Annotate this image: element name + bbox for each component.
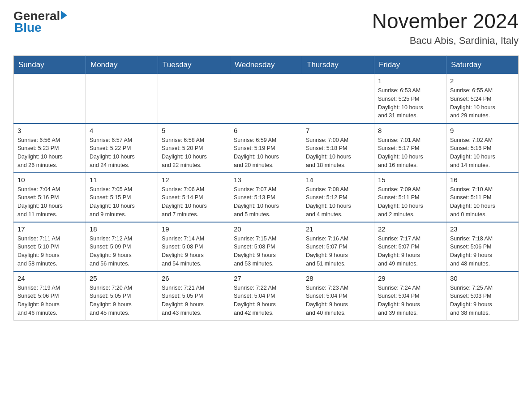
header-wednesday: Wednesday: [230, 56, 302, 74]
day-info: Sunrise: 7:14 AM Sunset: 5:08 PM Dayligh…: [162, 235, 226, 268]
days-header-row: SundayMondayTuesdayWednesdayThursdayFrid…: [14, 56, 519, 74]
day-cell: 30Sunrise: 7:25 AM Sunset: 5:03 PM Dayli…: [446, 271, 519, 321]
day-number: 22: [378, 225, 442, 233]
day-number: 25: [90, 274, 154, 282]
day-number: 20: [234, 225, 298, 233]
day-info: Sunrise: 6:57 AM Sunset: 5:22 PM Dayligh…: [90, 136, 154, 170]
day-number: 3: [17, 127, 82, 134]
day-number: 14: [306, 176, 370, 184]
day-info: Sunrise: 7:10 AM Sunset: 5:11 PM Dayligh…: [450, 185, 515, 219]
header-monday: Monday: [86, 56, 158, 74]
day-number: 7: [306, 127, 370, 134]
day-info: Sunrise: 7:15 AM Sunset: 5:08 PM Dayligh…: [234, 235, 298, 268]
day-number: 28: [306, 274, 370, 282]
day-info: Sunrise: 7:02 AM Sunset: 5:16 PM Dayligh…: [450, 136, 515, 170]
day-number: 5: [162, 127, 226, 134]
day-cell: 25Sunrise: 7:20 AM Sunset: 5:05 PM Dayli…: [86, 271, 158, 321]
day-number: 21: [306, 225, 370, 233]
header-sunday: Sunday: [14, 56, 86, 74]
day-cell: 12Sunrise: 7:06 AM Sunset: 5:14 PM Dayli…: [158, 173, 230, 222]
day-info: Sunrise: 6:59 AM Sunset: 5:19 PM Dayligh…: [234, 136, 298, 170]
header-tuesday: Tuesday: [158, 56, 230, 74]
month-year-title: November 2024: [372, 9, 519, 33]
day-cell: 16Sunrise: 7:10 AM Sunset: 5:11 PM Dayli…: [446, 173, 519, 222]
day-info: Sunrise: 7:01 AM Sunset: 5:17 PM Dayligh…: [378, 136, 442, 170]
header-friday: Friday: [374, 56, 446, 74]
day-info: Sunrise: 7:12 AM Sunset: 5:09 PM Dayligh…: [90, 235, 154, 268]
day-cell: 19Sunrise: 7:14 AM Sunset: 5:08 PM Dayli…: [158, 222, 230, 271]
day-cell: 29Sunrise: 7:24 AM Sunset: 5:04 PM Dayli…: [374, 271, 446, 321]
day-info: Sunrise: 6:55 AM Sunset: 5:24 PM Dayligh…: [450, 86, 515, 120]
day-number: 8: [378, 127, 442, 134]
day-cell: 5Sunrise: 6:58 AM Sunset: 5:20 PM Daylig…: [158, 124, 230, 173]
day-number: 2: [450, 77, 515, 85]
day-cell: 21Sunrise: 7:16 AM Sunset: 5:07 PM Dayli…: [302, 222, 374, 271]
day-cell: [230, 74, 302, 124]
day-cell: 7Sunrise: 7:00 AM Sunset: 5:18 PM Daylig…: [302, 124, 374, 173]
day-number: 27: [234, 274, 298, 282]
day-cell: 22Sunrise: 7:17 AM Sunset: 5:07 PM Dayli…: [374, 222, 446, 271]
day-cell: 27Sunrise: 7:22 AM Sunset: 5:04 PM Dayli…: [230, 271, 302, 321]
calendar-table: SundayMondayTuesdayWednesdayThursdayFrid…: [13, 56, 519, 321]
day-cell: 13Sunrise: 7:07 AM Sunset: 5:13 PM Dayli…: [230, 173, 302, 222]
day-info: Sunrise: 7:20 AM Sunset: 5:05 PM Dayligh…: [90, 284, 154, 317]
day-info: Sunrise: 7:21 AM Sunset: 5:05 PM Dayligh…: [162, 284, 226, 317]
logo: General Blue: [13, 9, 67, 35]
day-number: 11: [90, 176, 154, 184]
day-number: 13: [234, 176, 298, 184]
day-info: Sunrise: 7:24 AM Sunset: 5:04 PM Dayligh…: [378, 284, 442, 317]
day-cell: 17Sunrise: 7:11 AM Sunset: 5:10 PM Dayli…: [14, 222, 86, 271]
day-number: 9: [450, 127, 515, 134]
day-cell: 9Sunrise: 7:02 AM Sunset: 5:16 PM Daylig…: [446, 124, 519, 173]
day-number: 17: [17, 225, 82, 233]
day-cell: 6Sunrise: 6:59 AM Sunset: 5:19 PM Daylig…: [230, 124, 302, 173]
week-row-1: 1Sunrise: 6:53 AM Sunset: 5:25 PM Daylig…: [14, 74, 519, 124]
day-number: 6: [234, 127, 298, 134]
day-cell: 23Sunrise: 7:18 AM Sunset: 5:06 PM Dayli…: [446, 222, 519, 271]
week-row-2: 3Sunrise: 6:56 AM Sunset: 5:23 PM Daylig…: [14, 124, 519, 173]
day-number: 1: [378, 77, 442, 85]
day-number: 10: [17, 176, 82, 184]
day-number: 30: [450, 274, 515, 282]
day-info: Sunrise: 7:17 AM Sunset: 5:07 PM Dayligh…: [378, 235, 442, 268]
day-info: Sunrise: 6:58 AM Sunset: 5:20 PM Dayligh…: [162, 136, 226, 170]
day-info: Sunrise: 7:11 AM Sunset: 5:10 PM Dayligh…: [17, 235, 82, 268]
header-thursday: Thursday: [302, 56, 374, 74]
page-header: General Blue November 2024 Bacu Abis, Sa…: [13, 9, 519, 47]
day-info: Sunrise: 7:18 AM Sunset: 5:06 PM Dayligh…: [450, 235, 515, 268]
day-info: Sunrise: 7:06 AM Sunset: 5:14 PM Dayligh…: [162, 185, 226, 219]
day-info: Sunrise: 6:56 AM Sunset: 5:23 PM Dayligh…: [17, 136, 82, 170]
day-cell: 20Sunrise: 7:15 AM Sunset: 5:08 PM Dayli…: [230, 222, 302, 271]
header-saturday: Saturday: [446, 56, 519, 74]
day-number: 29: [378, 274, 442, 282]
day-cell: [302, 74, 374, 124]
day-info: Sunrise: 7:22 AM Sunset: 5:04 PM Dayligh…: [234, 284, 298, 317]
day-info: Sunrise: 7:19 AM Sunset: 5:06 PM Dayligh…: [17, 284, 82, 317]
location-subtitle: Bacu Abis, Sardinia, Italy: [372, 35, 519, 47]
day-number: 23: [450, 225, 515, 233]
day-number: 19: [162, 225, 226, 233]
week-row-5: 24Sunrise: 7:19 AM Sunset: 5:06 PM Dayli…: [14, 271, 519, 321]
day-number: 26: [162, 274, 226, 282]
day-cell: 15Sunrise: 7:09 AM Sunset: 5:11 PM Dayli…: [374, 173, 446, 222]
day-cell: [158, 74, 230, 124]
day-number: 4: [90, 127, 154, 134]
logo-blue: Blue: [13, 21, 67, 35]
day-info: Sunrise: 7:00 AM Sunset: 5:18 PM Dayligh…: [306, 136, 370, 170]
day-info: Sunrise: 7:04 AM Sunset: 5:16 PM Dayligh…: [17, 185, 82, 219]
day-info: Sunrise: 7:23 AM Sunset: 5:04 PM Dayligh…: [306, 284, 370, 317]
day-info: Sunrise: 6:53 AM Sunset: 5:25 PM Dayligh…: [378, 86, 442, 120]
day-cell: [86, 74, 158, 124]
day-info: Sunrise: 7:05 AM Sunset: 5:15 PM Dayligh…: [90, 185, 154, 219]
day-cell: 11Sunrise: 7:05 AM Sunset: 5:15 PM Dayli…: [86, 173, 158, 222]
day-info: Sunrise: 7:08 AM Sunset: 5:12 PM Dayligh…: [306, 185, 370, 219]
week-row-4: 17Sunrise: 7:11 AM Sunset: 5:10 PM Dayli…: [14, 222, 519, 271]
day-cell: 8Sunrise: 7:01 AM Sunset: 5:17 PM Daylig…: [374, 124, 446, 173]
day-info: Sunrise: 7:16 AM Sunset: 5:07 PM Dayligh…: [306, 235, 370, 268]
day-cell: 28Sunrise: 7:23 AM Sunset: 5:04 PM Dayli…: [302, 271, 374, 321]
day-cell: 14Sunrise: 7:08 AM Sunset: 5:12 PM Dayli…: [302, 173, 374, 222]
day-number: 18: [90, 225, 154, 233]
day-cell: 10Sunrise: 7:04 AM Sunset: 5:16 PM Dayli…: [14, 173, 86, 222]
week-row-3: 10Sunrise: 7:04 AM Sunset: 5:16 PM Dayli…: [14, 173, 519, 222]
day-cell: 1Sunrise: 6:53 AM Sunset: 5:25 PM Daylig…: [374, 74, 446, 124]
